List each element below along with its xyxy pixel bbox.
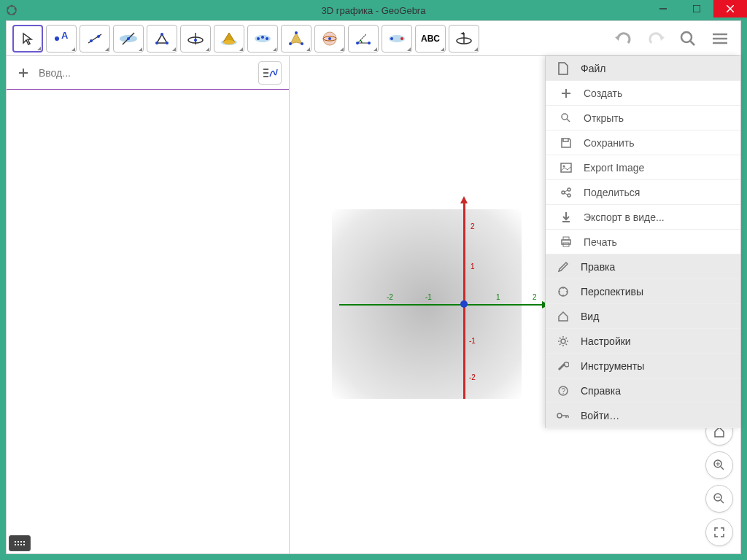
svg-point-35 [328,37,331,40]
svg-text:A: A [61,31,69,41]
key-icon [556,408,570,423]
menu-tools[interactable]: Инструменты [546,354,740,378]
tool-circle-axis[interactable] [180,25,211,52]
menu-perspectives[interactable]: Перспективы [546,279,740,304]
search-icon [559,111,573,125]
menu-share[interactable]: Поделиться [546,180,740,205]
svg-point-17 [127,37,130,40]
svg-point-14 [97,35,100,38]
svg-point-13 [90,39,93,42]
svg-line-46 [690,41,694,45]
menu-file[interactable]: Файл [546,56,740,81]
svg-point-45 [681,32,692,42]
file-icon [556,61,570,76]
plus-icon [559,86,573,101]
input-row [7,56,289,90]
menu-help[interactable]: ?Справка [546,378,740,403]
svg-point-28 [261,36,264,39]
menu-new[interactable]: Создать [546,81,740,106]
close-button[interactable] [713,0,747,18]
svg-point-64 [562,114,568,120]
zoom-out-button[interactable] [705,485,733,513]
save-icon [559,136,573,150]
svg-point-38 [356,42,359,44]
svg-point-27 [257,37,260,40]
svg-point-42 [400,37,403,40]
svg-point-41 [390,37,393,40]
svg-text:?: ? [562,387,566,395]
svg-point-29 [266,37,268,40]
svg-line-71 [565,190,568,192]
svg-point-79 [562,287,564,289]
tool-sphere[interactable] [247,25,278,52]
menu-open[interactable]: Открыть [546,106,740,131]
minimize-button[interactable] [646,0,680,18]
redo-button[interactable] [641,24,670,53]
menu-save[interactable]: Сохранить [546,131,740,155]
svg-point-68 [568,188,570,191]
svg-rect-7 [693,5,700,12]
menu-button[interactable] [705,24,735,53]
titlebar: 3D графика - GeoGebra [0,0,747,20]
algebra-panel [7,56,290,553]
app-frame: A ABC [6,20,741,554]
svg-point-80 [566,291,568,292]
perspectives-icon [556,284,570,299]
menu-signin[interactable]: Войти… [546,403,740,428]
svg-point-18 [155,42,158,44]
menu-settings[interactable]: Настройки [546,329,740,354]
svg-point-4 [8,12,10,15]
tool-move[interactable] [12,25,43,52]
svg-point-83 [561,339,565,343]
svg-point-1 [11,5,13,7]
image-icon [559,160,573,175]
zoom-in-button[interactable] [705,451,733,479]
origin-point [460,300,468,308]
svg-line-56 [721,467,724,470]
algebra-input[interactable] [39,67,252,79]
svg-point-30 [289,42,292,45]
keyboard-button[interactable] [9,535,31,551]
tool-rotate-view[interactable] [449,25,479,52]
svg-point-25 [223,40,235,44]
menu-view[interactable]: Вид [546,304,740,329]
tool-intersect[interactable] [113,25,144,52]
add-button[interactable] [14,63,33,82]
tool-cone[interactable] [214,25,244,52]
tool-sphere-center[interactable] [314,25,345,52]
wrench-icon [556,359,570,373]
svg-point-2 [15,8,17,10]
x-axis [339,304,543,306]
menu-export-as[interactable]: Экспорт в виде... [546,205,740,230]
tool-polygon[interactable] [147,25,177,52]
svg-point-19 [160,33,163,36]
tool-angle[interactable] [348,25,379,52]
menu-print[interactable]: Печать [546,230,740,254]
tool-reflect[interactable] [382,25,412,52]
tool-point[interactable]: A [46,25,77,52]
tool-pyramid[interactable] [281,25,311,52]
tool-text[interactable]: ABC [415,25,446,52]
gear-icon [556,334,570,349]
svg-point-3 [13,13,15,15]
toolbar: A ABC [7,21,740,56]
menu-edit[interactable]: Правка [546,254,740,279]
svg-point-5 [7,7,9,9]
undo-button[interactable] [609,24,638,53]
maximize-button[interactable] [680,0,713,18]
fullscreen-button[interactable] [705,518,733,546]
svg-point-69 [562,191,565,194]
tool-line[interactable] [80,25,110,52]
svg-point-20 [166,42,169,44]
view-controls [705,418,733,546]
home-icon [556,309,570,324]
menu-export-image[interactable]: Export Image [546,155,740,180]
svg-point-70 [568,194,570,197]
search-button[interactable] [673,24,703,53]
svg-point-31 [295,31,298,34]
svg-point-32 [301,42,303,45]
svg-point-10 [55,36,59,41]
input-mode-button[interactable] [258,61,282,85]
svg-point-81 [562,295,564,296]
window-title: 3D графика - GeoGebra [322,5,426,16]
